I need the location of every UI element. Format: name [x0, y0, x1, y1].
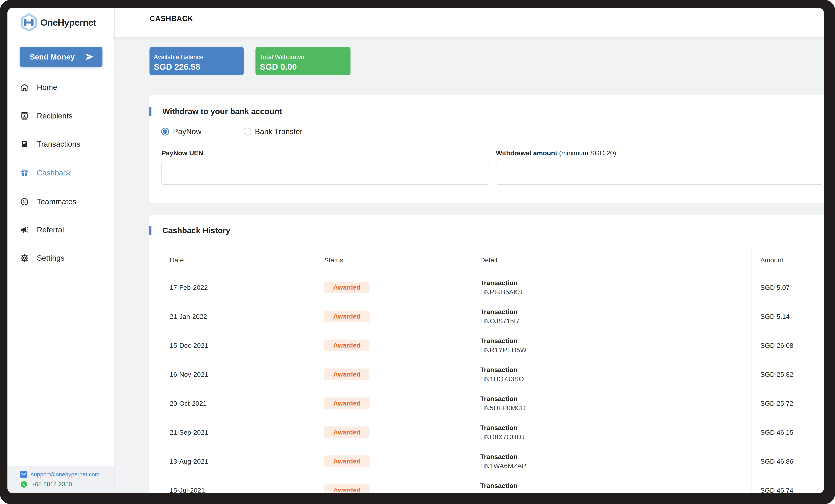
table-row: 15-Dec-2021 Awarded Transaction HNR1YPEH…	[163, 331, 824, 360]
sidebar-item-referral[interactable]: Referral	[7, 220, 114, 240]
amount-text: SGD 46.15	[760, 428, 793, 436]
status-cell: Awarded	[316, 302, 472, 331]
brand-logo[interactable]: OneHypernet	[20, 12, 96, 33]
support-email-link[interactable]: support@onehypernet.com	[7, 471, 114, 478]
withdrawal-amount-label-main: Withdrawal amount	[496, 149, 557, 156]
table-row: 17-Feb-2022 Awarded Transaction HNPIRB5A…	[163, 273, 824, 302]
amount-cell: SGD 25.82	[751, 360, 824, 389]
status-badge: Awarded	[324, 456, 369, 467]
status-badge: Awarded	[324, 311, 369, 322]
detail-type: Transaction	[480, 453, 751, 461]
main-area: CASHBACK Available Balance SGD 226.58 To…	[115, 8, 824, 493]
withdrawal-amount-label: Withdrawal amount (minimum SGD 20)	[496, 149, 616, 157]
whatsapp-icon	[20, 481, 28, 488]
date-cell: 13-Aug-2021	[163, 447, 316, 476]
amount-text: SGD 5.14	[760, 313, 790, 320]
status-cell: Awarded	[316, 389, 472, 418]
withdraw-title: Withdraw to your bank account	[162, 107, 282, 116]
hexagon-logo-icon	[20, 13, 37, 31]
teammates-face-icon	[20, 197, 29, 206]
sidebar-item-cashback[interactable]: Cashback	[7, 163, 114, 183]
amount-cell: SGD 25.72	[751, 389, 824, 418]
sidebar-item-label: Recipients	[37, 112, 73, 120]
bank-transfer-radio-label[interactable]: Bank Transfer	[255, 127, 303, 136]
support-phone-text: +65 8814 2350	[32, 481, 72, 488]
cashback-gift-icon	[20, 168, 29, 177]
status-badge: Awarded	[324, 281, 369, 293]
status-cell: Awarded	[316, 360, 472, 389]
content-area: Available Balance SGD 226.58 Total Withd…	[115, 38, 824, 493]
withdrawal-amount-label-hint: (minimum SGD 20)	[559, 149, 616, 156]
sidebar-footer: support@onehypernet.com +65 8814 2350	[7, 466, 114, 493]
date-cell: 21-Sep-2021	[163, 418, 316, 447]
detail-cell: Transaction HNOJS715I7	[472, 302, 751, 331]
recipients-icon	[20, 111, 29, 121]
paper-plane-icon	[84, 52, 95, 62]
table-row: 13-Aug-2021 Awarded Transaction HN1WA6MZ…	[163, 447, 824, 476]
date-text: 17-Feb-2022	[170, 284, 208, 291]
date-text: 13-Aug-2021	[170, 458, 208, 465]
support-email-text: support@onehypernet.com	[31, 471, 100, 478]
sidebar-item-transactions[interactable]: Transactions	[7, 134, 114, 154]
screenshot-stage: OneHypernet Send Money Home	[0, 0, 835, 504]
transaction-id: HNOJS715I7	[480, 317, 751, 325]
section-accent-bar	[149, 226, 151, 235]
support-phone-link[interactable]: +65 8814 2350	[7, 481, 114, 488]
paynow-radio[interactable]	[161, 128, 169, 135]
page-header: CASHBACK	[115, 8, 824, 38]
detail-type: Transaction	[480, 482, 751, 489]
sidebar-item-home[interactable]: Home	[7, 77, 114, 98]
paynow-radio-label[interactable]: PayNow	[173, 127, 201, 136]
send-money-label: Send Money	[30, 53, 75, 61]
table-row: 15-Jul-2021 Awarded Transaction HN4N0VWM…	[163, 476, 824, 493]
sidebar: OneHypernet Send Money Home	[7, 8, 115, 493]
detail-cell: Transaction HN1HQ7J3SO	[472, 360, 751, 389]
sidebar-item-settings[interactable]: Settings	[7, 248, 114, 268]
amount-cell: SGD 45.74	[751, 476, 824, 493]
date-text: 21-Sep-2021	[170, 428, 208, 436]
status-badge: Awarded	[324, 398, 369, 409]
status-cell: Awarded	[316, 447, 472, 476]
bank-transfer-radio[interactable]	[244, 128, 251, 135]
total-withdrawn-card: Total Withdrawn SGD 0.00	[256, 47, 350, 76]
detail-type: Transaction	[480, 424, 751, 432]
date-text: 20-Oct-2021	[170, 400, 207, 407]
detail-cell: Transaction HNPIRB5AKS	[472, 273, 751, 302]
date-cell: 20-Oct-2021	[163, 389, 316, 418]
sidebar-item-label: Home	[37, 83, 57, 92]
referral-megaphone-icon	[20, 225, 29, 234]
detail-type: Transaction	[480, 308, 751, 316]
date-text: 15-Jul-2021	[170, 487, 205, 493]
status-cell: Awarded	[316, 331, 472, 360]
detail-type: Transaction	[480, 366, 751, 374]
sidebar-item-recipients[interactable]: Recipients	[7, 106, 114, 126]
date-text: 21-Jan-2022	[170, 313, 207, 320]
detail-cell: Transaction HN1WA6MZAP	[472, 447, 751, 476]
status-cell: Awarded	[316, 476, 472, 493]
paynow-uen-input[interactable]	[161, 162, 489, 185]
table-row: 20-Oct-2021 Awarded Transaction HN5UFP0M…	[163, 389, 824, 418]
column-header-amount: Amount	[751, 247, 824, 273]
transaction-id: HN1WA6MZAP	[480, 462, 751, 470]
amount-cell: SGD 5.14	[751, 302, 824, 331]
send-money-button[interactable]: Send Money	[20, 47, 102, 67]
detail-cell: Transaction HN4N0VWM6J	[472, 476, 751, 493]
available-balance-card: Available Balance SGD 226.58	[149, 47, 244, 76]
sidebar-item-teammates[interactable]: Teammates	[7, 191, 114, 212]
status-badge: Awarded	[324, 426, 369, 438]
column-header-date: Date	[163, 247, 316, 273]
page-title: CASHBACK	[150, 15, 193, 23]
date-cell: 15-Dec-2021	[163, 331, 316, 360]
date-text: 15-Dec-2021	[170, 342, 208, 349]
transaction-id: HN4N0VWM6J	[480, 491, 751, 493]
withdrawal-amount-input[interactable]	[496, 162, 823, 185]
date-cell: 16-Nov-2021	[163, 360, 316, 389]
section-accent-bar	[149, 107, 151, 116]
brand-name: OneHypernet	[40, 17, 96, 28]
status-badge: Awarded	[324, 369, 369, 380]
table-header-row: Date Status Detail Amount	[163, 247, 824, 273]
table-row: 21-Sep-2021 Awarded Transaction HND8X7OU…	[163, 418, 824, 447]
sidebar-item-label: Referral	[37, 226, 64, 234]
transaction-id: HN5UFP0MCD	[480, 404, 751, 412]
amount-text: SGD 46.86	[760, 458, 793, 465]
